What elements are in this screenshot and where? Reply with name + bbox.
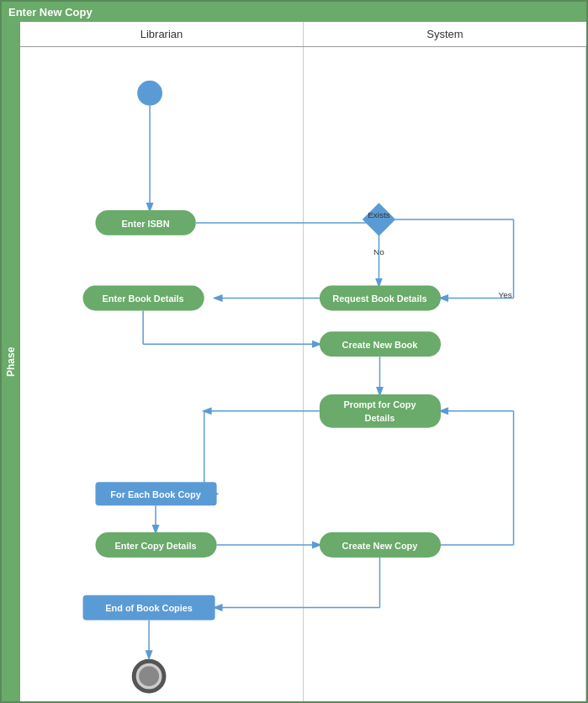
lane-header-librarian: Librarian bbox=[20, 22, 304, 46]
swim-lanes: Phase Librarian System Enter ISB bbox=[2, 22, 586, 701]
lane-headers: Librarian System bbox=[20, 22, 586, 47]
diagram-container: Enter New Copy Phase Librarian System bbox=[0, 0, 588, 703]
phase-label: Phase bbox=[2, 22, 20, 701]
lane-librarian bbox=[20, 47, 304, 701]
title-bar: Enter New Copy bbox=[2, 2, 586, 22]
title-text: Enter New Copy bbox=[8, 6, 93, 18]
lane-system bbox=[304, 47, 587, 701]
lane-header-system: System bbox=[304, 22, 586, 46]
lanes-area: Librarian System Enter ISBN bbox=[20, 22, 586, 701]
lanes-content: Enter ISBN Exists No Request Book Detail… bbox=[20, 47, 586, 701]
